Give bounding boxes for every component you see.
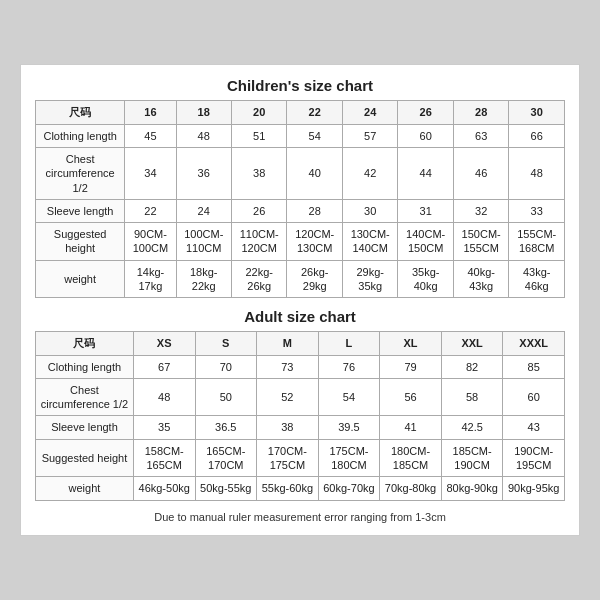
cell-value: 66 (509, 124, 565, 147)
cell-value: 44 (398, 147, 453, 199)
cell-value: 29kg-35kg (342, 260, 397, 298)
cell-value: 52 (257, 378, 319, 416)
cell-value: 40kg-43kg (453, 260, 508, 298)
measurement-note: Due to manual ruler measurement error ra… (35, 511, 565, 523)
cell-value: 57 (342, 124, 397, 147)
table-row: weight46kg-50kg50kg-55kg55kg-60kg60kg-70… (36, 477, 565, 500)
cell-value: 36.5 (195, 416, 257, 439)
column-header: S (195, 332, 257, 355)
cell-value: 39.5 (318, 416, 380, 439)
cell-value: 42 (342, 147, 397, 199)
row-label: Clothing length (36, 124, 125, 147)
cell-value: 63 (453, 124, 508, 147)
cell-value: 79 (380, 355, 442, 378)
cell-value: 32 (453, 199, 508, 222)
column-header: 尺码 (36, 332, 134, 355)
cell-value: 180CM-185CM (380, 439, 442, 477)
table-row: Sleeve length3536.53839.54142.543 (36, 416, 565, 439)
cell-value: 18kg-22kg (176, 260, 231, 298)
table-row: Sleeve length2224262830313233 (36, 199, 565, 222)
row-label: Suggested height (36, 439, 134, 477)
cell-value: 51 (231, 124, 286, 147)
size-chart-card: Children's size chart 尺码1618202224262830… (20, 64, 580, 535)
cell-value: 185CM-190CM (441, 439, 503, 477)
cell-value: 36 (176, 147, 231, 199)
cell-value: 67 (133, 355, 195, 378)
column-header: 18 (176, 101, 231, 124)
table-row: Suggested height158CM-165CM165CM-170CM17… (36, 439, 565, 477)
cell-value: 40 (287, 147, 342, 199)
column-header: XS (133, 332, 195, 355)
cell-value: 35 (133, 416, 195, 439)
cell-value: 48 (133, 378, 195, 416)
cell-value: 30 (342, 199, 397, 222)
cell-value: 120CM-130CM (287, 223, 342, 261)
table-row: weight14kg-17kg18kg-22kg22kg-26kg26kg-29… (36, 260, 565, 298)
cell-value: 73 (257, 355, 319, 378)
column-header: 28 (453, 101, 508, 124)
cell-value: 43kg-46kg (509, 260, 565, 298)
cell-value: 28 (287, 199, 342, 222)
cell-value: 90kg-95kg (503, 477, 565, 500)
cell-value: 60kg-70kg (318, 477, 380, 500)
cell-value: 60 (398, 124, 453, 147)
cell-value: 35kg-40kg (398, 260, 453, 298)
column-header: 尺码 (36, 101, 125, 124)
cell-value: 24 (176, 199, 231, 222)
cell-value: 60 (503, 378, 565, 416)
cell-value: 80kg-90kg (441, 477, 503, 500)
cell-value: 22 (125, 199, 176, 222)
cell-value: 130CM-140CM (342, 223, 397, 261)
cell-value: 22kg-26kg (231, 260, 286, 298)
table-row: Chest circumference 1/248505254565860 (36, 378, 565, 416)
row-label: weight (36, 477, 134, 500)
cell-value: 26kg-29kg (287, 260, 342, 298)
cell-value: 158CM-165CM (133, 439, 195, 477)
cell-value: 54 (318, 378, 380, 416)
table-row: Suggested height90CM-100CM100CM-110CM110… (36, 223, 565, 261)
column-header: XXL (441, 332, 503, 355)
row-label: Suggested height (36, 223, 125, 261)
cell-value: 190CM-195CM (503, 439, 565, 477)
cell-value: 43 (503, 416, 565, 439)
column-header: 30 (509, 101, 565, 124)
cell-value: 38 (257, 416, 319, 439)
cell-value: 110CM-120CM (231, 223, 286, 261)
cell-value: 50kg-55kg (195, 477, 257, 500)
column-header: XXXL (503, 332, 565, 355)
column-header: 20 (231, 101, 286, 124)
cell-value: 45 (125, 124, 176, 147)
cell-value: 85 (503, 355, 565, 378)
cell-value: 155CM-168CM (509, 223, 565, 261)
cell-value: 175CM-180CM (318, 439, 380, 477)
column-header: 26 (398, 101, 453, 124)
children-chart-title: Children's size chart (35, 77, 565, 94)
cell-value: 50 (195, 378, 257, 416)
row-label: weight (36, 260, 125, 298)
column-header: 24 (342, 101, 397, 124)
row-label: Sleeve length (36, 199, 125, 222)
cell-value: 150CM-155CM (453, 223, 508, 261)
cell-value: 58 (441, 378, 503, 416)
adult-chart-title: Adult size chart (35, 308, 565, 325)
children-table: 尺码1618202224262830 Clothing length454851… (35, 100, 565, 298)
cell-value: 76 (318, 355, 380, 378)
cell-value: 34 (125, 147, 176, 199)
cell-value: 55kg-60kg (257, 477, 319, 500)
cell-value: 54 (287, 124, 342, 147)
cell-value: 170CM-175CM (257, 439, 319, 477)
cell-value: 41 (380, 416, 442, 439)
table-row: Chest circumference 1/23436384042444648 (36, 147, 565, 199)
cell-value: 48 (509, 147, 565, 199)
cell-value: 70kg-80kg (380, 477, 442, 500)
cell-value: 42.5 (441, 416, 503, 439)
column-header: L (318, 332, 380, 355)
row-label: Chest circumference 1/2 (36, 147, 125, 199)
cell-value: 38 (231, 147, 286, 199)
row-label: Chest circumference 1/2 (36, 378, 134, 416)
cell-value: 46 (453, 147, 508, 199)
cell-value: 82 (441, 355, 503, 378)
cell-value: 140CM-150CM (398, 223, 453, 261)
cell-value: 56 (380, 378, 442, 416)
cell-value: 14kg-17kg (125, 260, 176, 298)
